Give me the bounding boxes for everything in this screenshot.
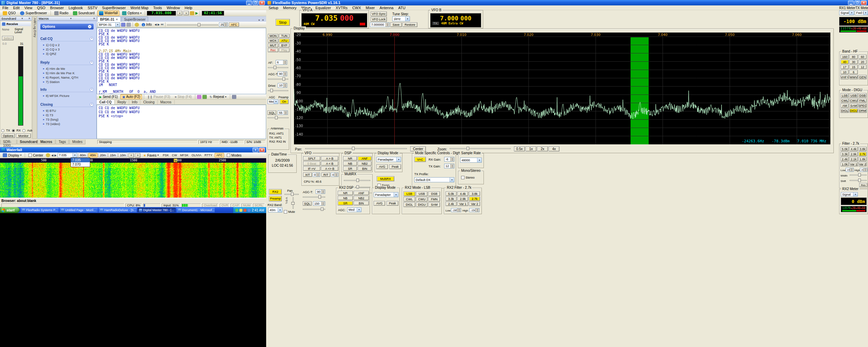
waterfall-button[interactable]: Waterfall bbox=[97, 11, 119, 16]
display-menu-button[interactable]: Display▾ bbox=[1, 152, 23, 158]
rx2-meter-mode-select[interactable]: Signal bbox=[841, 192, 858, 197]
peak-button[interactable]: Peak bbox=[389, 164, 401, 169]
next-icon[interactable]: ▶ bbox=[158, 23, 160, 26]
macro-item[interactable]: ▸7) Station bbox=[43, 80, 97, 84]
agct-slider[interactable] bbox=[268, 77, 288, 81]
frequency-option[interactable]: 7.035 bbox=[71, 158, 90, 162]
control-button[interactable]: ATU bbox=[279, 39, 290, 43]
af-slider[interactable] bbox=[268, 66, 288, 69]
mode-shortcut[interactable]: MFSK bbox=[179, 153, 190, 157]
close-icon[interactable]: ✕ bbox=[28, 17, 31, 20]
maximize-icon[interactable]: ❐ bbox=[253, 1, 258, 5]
filter-button[interactable]: Var 1 bbox=[849, 162, 857, 166]
dsp-button[interactable]: NB bbox=[343, 161, 357, 166]
band-button[interactable]: 10 bbox=[841, 70, 849, 74]
vfo-op-button[interactable]: IF->V bbox=[303, 166, 320, 171]
powersdr-titlebar[interactable]: FlexRadio Systems PowerSDR v1.16.1 ▁ ❐ ✕ bbox=[266, 0, 868, 5]
collapse-icon[interactable]: ^ bbox=[90, 88, 94, 91]
tx-meter-mode-select[interactable]: Fwd Pwr bbox=[855, 11, 868, 15]
goto-start-icon[interactable]: ⏴⏴ bbox=[161, 23, 163, 26]
panel-tab[interactable]: Tags bbox=[56, 140, 69, 144]
preamp-button[interactable]: On bbox=[280, 99, 289, 104]
menu-item[interactable]: Help bbox=[182, 5, 195, 10]
afc-button[interactable]: AFC bbox=[229, 22, 239, 27]
rx2-filter-button[interactable]: 3.8k bbox=[469, 191, 480, 196]
filter-button[interactable]: 2.1k bbox=[849, 157, 857, 161]
rx2-peak-button[interactable]: Peak bbox=[387, 201, 398, 206]
pan-slider[interactable] bbox=[305, 147, 407, 150]
macro-section-info[interactable]: Info^ bbox=[40, 87, 94, 92]
filter-button[interactable]: 2.7k bbox=[859, 152, 867, 156]
rx2-dsp-button[interactable]: SR bbox=[338, 201, 353, 205]
save-icon[interactable] bbox=[121, 23, 125, 27]
restore-button[interactable]: Restore bbox=[402, 22, 417, 27]
menu-item[interactable]: Antenna bbox=[377, 5, 396, 10]
vfo-a-frequency-frac[interactable]: 000 bbox=[340, 14, 354, 22]
mode-button[interactable]: CWL bbox=[841, 98, 849, 103]
soundcard-panel-header[interactable]: Soundcard ▾✕ bbox=[0, 16, 32, 21]
filter-button[interactable]: 1.0k bbox=[841, 162, 849, 166]
zoom-preset-button[interactable]: 0.5x bbox=[514, 146, 525, 151]
mode-shortcut[interactable]: OLIVIA bbox=[190, 153, 203, 157]
macro-section-callcq[interactable]: Call CQ^ bbox=[40, 37, 94, 41]
frequency-display[interactable]: 7.035.000 bbox=[147, 11, 176, 16]
sample-rate-select[interactable]: 48000 bbox=[460, 158, 482, 163]
macro-item[interactable]: ▸2) CQ x 3 bbox=[43, 47, 97, 51]
tx-text-area[interactable]: CQ CQ de W4DFU W4DFUCQ CQ de W4DFU W4DFU… bbox=[97, 105, 266, 139]
prev-icon[interactable]: ◀ bbox=[155, 23, 157, 26]
zoom-icon[interactable] bbox=[135, 23, 139, 27]
band-button[interactable]: WWV bbox=[849, 75, 857, 79]
monitor-button[interactable]: Monitor bbox=[16, 134, 31, 138]
tab-superbrowser[interactable]: SuperBrowser bbox=[121, 17, 148, 22]
maximize-icon[interactable]: ❐ bbox=[854, 1, 860, 5]
drive-spinner[interactable]: 10 bbox=[278, 83, 287, 88]
rx2-dsp-button[interactable]: NB bbox=[338, 196, 353, 200]
mute-checkbox[interactable] bbox=[284, 210, 287, 213]
tab-list-icon[interactable]: ▾ bbox=[258, 19, 260, 22]
rx2-filter-button[interactable]: 2.7k bbox=[469, 197, 480, 201]
band-button[interactable]: 160 bbox=[841, 55, 849, 59]
mode-button[interactable]: USB bbox=[849, 93, 857, 98]
rx-gain-spinner[interactable]: -6 bbox=[444, 157, 454, 162]
mode-button[interactable]: FML bbox=[859, 98, 867, 103]
rx2-filter-high-field[interactable]: -150 bbox=[469, 208, 479, 212]
tx-radio[interactable] bbox=[1, 129, 4, 132]
macro-item[interactable]: ▸73 (video) bbox=[43, 122, 97, 126]
macro-item[interactable]: ▸1) CQ x 2 bbox=[43, 43, 97, 47]
macro-item[interactable]: ▸8) MFSK Picture bbox=[43, 94, 97, 98]
close-icon[interactable]: ✕ bbox=[261, 19, 265, 22]
superbrowser-button[interactable]: SuperBrowser bbox=[18, 11, 48, 16]
menu-item[interactable]: QSO bbox=[35, 5, 47, 10]
faves-button[interactable]: ★Faves▾ bbox=[141, 153, 160, 158]
menu-item[interactable]: Logbook bbox=[66, 5, 85, 10]
start-button[interactable]: start bbox=[0, 207, 20, 213]
pan-center-button[interactable]: Center bbox=[410, 146, 426, 151]
compose-tab[interactable]: Reply bbox=[115, 100, 129, 104]
macro-item[interactable]: ▸5) Him de Me Pse K bbox=[43, 71, 97, 75]
filter-button[interactable]: 1.8k bbox=[859, 157, 867, 161]
rx2-mode-button[interactable]: CWU bbox=[416, 197, 428, 202]
tab-bpsk31[interactable]: BPSK-31✕ bbox=[97, 17, 121, 22]
rx2-mode-button[interactable]: USB bbox=[416, 191, 428, 196]
mode-button[interactable]: DSB bbox=[859, 93, 867, 98]
rx2-sql-spinner[interactable]: 150 bbox=[313, 201, 325, 206]
freq-next-button[interactable]: » bbox=[183, 11, 189, 15]
send-button[interactable]: ▶Send (F1) bbox=[98, 94, 119, 99]
macro-options-button[interactable]: Options» bbox=[40, 24, 94, 29]
stereo-control[interactable]: Stereo bbox=[461, 176, 475, 179]
agc-select[interactable]: Med bbox=[268, 99, 278, 104]
mode-shortcut[interactable]: PSK bbox=[161, 153, 170, 157]
band-button[interactable]: 12 bbox=[859, 65, 867, 69]
vfo-op-button[interactable]: A < B bbox=[321, 161, 338, 166]
soundcard-button[interactable]: Soundcard bbox=[71, 11, 96, 16]
auto-button[interactable]: ▣Auto (F2) bbox=[120, 94, 142, 99]
pin-icon[interactable]: ▾ bbox=[21, 17, 23, 20]
rx2-sql-slider[interactable] bbox=[303, 207, 325, 211]
menu-item[interactable]: Mixer bbox=[363, 5, 377, 10]
squelch-value[interactable]: 25 bbox=[219, 22, 228, 27]
panadapter-display[interactable]: -24263.6Hz -78.3dBm 7.010 736 MHz bbox=[294, 33, 830, 144]
rx2-dsp-button[interactable]: NB2 bbox=[354, 196, 369, 200]
vfo-op-button[interactable]: A > B bbox=[321, 156, 338, 161]
control-button[interactable]: Rec bbox=[268, 48, 278, 52]
select-button[interactable]: Select bbox=[2, 36, 14, 40]
